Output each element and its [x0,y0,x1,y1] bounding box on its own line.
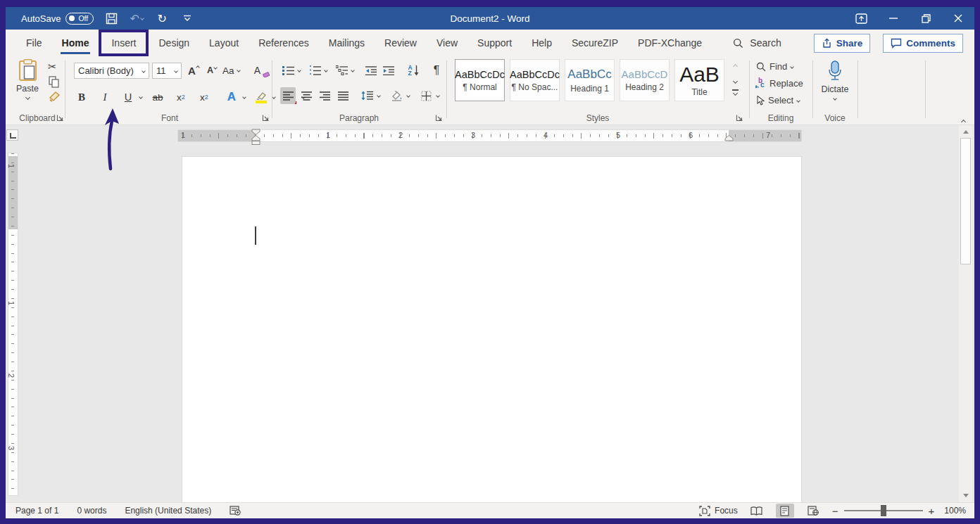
tab-help[interactable]: Help [522,30,562,56]
find-button[interactable]: Find [756,61,793,72]
document-page[interactable] [182,157,801,502]
bullets-chevron-icon[interactable] [297,68,301,72]
align-right-button[interactable] [317,87,332,104]
bold-button[interactable]: B [74,89,89,106]
cut-button[interactable]: ✂ [48,60,57,73]
page-indicator[interactable]: Page 1 of 1 [15,506,58,516]
styles-dialog-launcher[interactable] [736,114,744,122]
focus-mode-button[interactable]: Focus [699,506,738,516]
styles-scroll-down-button[interactable] [734,75,737,85]
decrease-indent-button[interactable] [363,62,379,79]
tab-layout[interactable]: Layout [199,30,249,56]
comments-button[interactable]: Comments [883,34,963,53]
subscript-button[interactable]: x2 [173,89,189,106]
tab-stop-selector[interactable] [6,129,18,141]
shrink-font-button[interactable]: A [204,62,220,79]
replace-button[interactable]: b c Replace [756,78,803,89]
highlight-button[interactable] [253,89,269,106]
tab-design[interactable]: Design [149,30,199,56]
tab-review[interactable]: Review [375,30,427,56]
autosave-toggle[interactable]: AutoSave Off [21,13,94,25]
numbering-button[interactable] [307,62,322,79]
style-title[interactable]: AaB Title [674,59,724,101]
styles-gallery-more-button[interactable] [732,89,739,95]
clipboard-dialog-launcher[interactable] [56,114,65,122]
web-layout-button[interactable] [804,504,822,518]
vertical-ruler[interactable]: 1 1 2 3 [8,153,18,495]
italic-button[interactable]: I [97,89,113,106]
align-left-button[interactable] [280,87,296,104]
tab-view[interactable]: View [427,30,467,56]
collapse-ribbon-button[interactable] [962,115,965,126]
paste-button[interactable]: Paste [13,59,42,103]
word-count[interactable]: 0 words [77,506,106,516]
format-painter-button[interactable] [49,91,61,102]
close-button[interactable] [942,7,974,30]
scrollbar-down-button[interactable] [959,490,972,501]
select-button[interactable]: Select [756,95,800,106]
read-mode-button[interactable] [748,504,766,518]
first-line-indent-marker[interactable] [251,129,260,135]
tab-securezip[interactable]: SecureZIP [562,30,628,56]
multilevel-chevron-icon[interactable] [351,68,355,72]
copy-button[interactable] [49,76,59,88]
right-indent-marker[interactable] [724,135,734,141]
clear-formatting-button[interactable]: A [250,62,265,79]
shading-chevron-icon[interactable] [406,94,410,98]
increase-indent-button[interactable] [381,62,396,79]
styles-scroll-up-button[interactable] [734,60,737,70]
dictate-button[interactable]: Dictate [815,60,855,100]
scrollbar-thumb[interactable] [960,138,971,264]
shading-button[interactable] [389,87,404,104]
justify-button[interactable] [335,87,351,104]
line-spacing-chevron-icon[interactable] [377,94,381,98]
restore-button[interactable] [910,7,942,30]
save-button[interactable] [103,11,119,26]
zoom-out-button[interactable]: − [832,505,838,517]
zoom-slider-thumb[interactable] [881,505,886,516]
ribbon-display-options-button[interactable] [845,7,877,30]
tab-pdf-xchange[interactable]: PDF-XChange [628,30,712,56]
autosave-switch[interactable]: Off [65,13,94,25]
zoom-in-button[interactable]: + [929,505,935,517]
paragraph-dialog-launcher[interactable] [435,114,444,122]
font-name-combo[interactable]: Calibri (Body) [74,63,149,79]
minimize-button[interactable] [877,7,910,30]
undo-button[interactable]: ↶ [129,11,144,26]
left-indent-marker[interactable] [251,141,260,145]
tab-file[interactable]: File [16,30,52,56]
align-center-button[interactable] [299,87,314,104]
vertical-scrollbar[interactable] [959,125,972,502]
zoom-percent[interactable]: 100% [944,506,966,516]
underline-button[interactable]: U [120,89,136,106]
borders-button[interactable] [418,87,434,104]
text-effects-chevron-icon[interactable] [242,95,246,99]
print-layout-button[interactable] [776,504,794,518]
borders-chevron-icon[interactable] [436,94,440,98]
tab-references[interactable]: References [249,30,319,56]
search-box[interactable]: Search [733,37,781,49]
qat-customize-button[interactable] [180,11,195,26]
scrollbar-up-button[interactable] [959,127,972,137]
tab-home[interactable]: Home [52,30,99,56]
style-heading2[interactable]: AaBbCcD Heading 2 [620,59,670,101]
language-indicator[interactable]: English (United States) [125,506,211,516]
numbering-chevron-icon[interactable] [324,68,328,72]
multilevel-list-button[interactable] [334,62,349,79]
font-dialog-launcher[interactable] [262,114,270,122]
show-formatting-button[interactable]: ¶ [429,62,444,79]
zoom-slider-track[interactable] [844,510,923,511]
style-no-spacing[interactable]: AaBbCcDc ¶ No Spac... [510,59,560,101]
font-size-combo[interactable]: 11 [152,63,182,79]
horizontal-ruler[interactable]: 1 1 2 3 4 5 6 7 [178,130,801,141]
share-button[interactable]: Share [814,34,871,53]
superscript-button[interactable]: x2 [196,89,212,106]
tab-support[interactable]: Support [467,30,522,56]
grow-font-button[interactable]: A [186,62,201,79]
redo-button[interactable]: ↻ [154,11,170,26]
line-spacing-button[interactable] [359,87,375,104]
text-effects-button[interactable]: A [224,89,239,106]
change-case-button[interactable]: Aa [222,62,240,79]
bullets-button[interactable] [280,62,296,79]
style-normal[interactable]: AaBbCcDc ¶ Normal [455,59,505,101]
